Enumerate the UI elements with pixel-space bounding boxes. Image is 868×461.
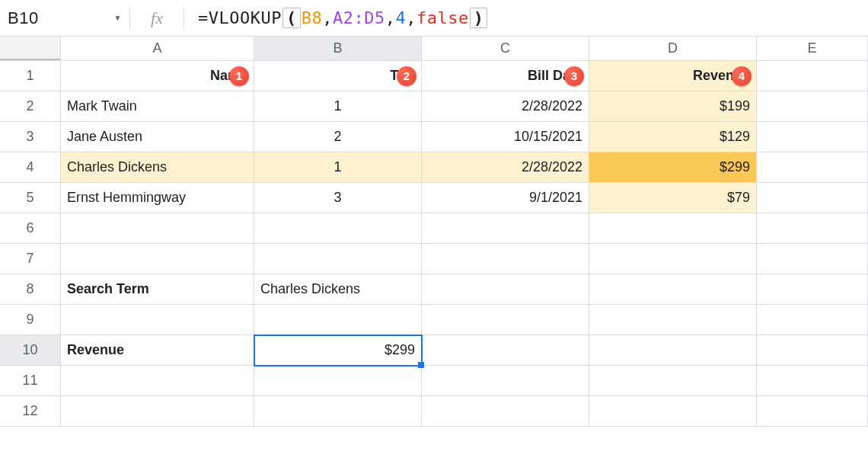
row-header-8[interactable]: 8 xyxy=(0,274,61,305)
cell-B11[interactable] xyxy=(254,366,422,396)
table-row: 9 xyxy=(0,305,868,335)
cell-E12[interactable] xyxy=(757,396,868,427)
cell-A3[interactable]: Jane Austen xyxy=(61,122,254,152)
table-row: 12 xyxy=(0,396,868,427)
cell-text: $299 xyxy=(385,342,415,358)
chevron-down-icon[interactable]: ▼ xyxy=(114,14,122,22)
cell-C8[interactable] xyxy=(422,274,589,305)
table-row: 10 Revenue $299 xyxy=(0,335,868,366)
cell-C7[interactable] xyxy=(422,244,589,274)
column-index-badge: 1 xyxy=(229,66,249,86)
cell-A2[interactable]: Mark Twain xyxy=(61,91,254,122)
cell-E1[interactable] xyxy=(757,61,868,91)
row-header-1[interactable]: 1 xyxy=(0,61,61,91)
cell-C5[interactable]: 9/1/2021 xyxy=(422,183,589,213)
name-box[interactable]: B10 ▼ xyxy=(0,0,129,36)
fx-icon[interactable]: fx xyxy=(130,8,183,28)
paren-close: ) xyxy=(470,8,488,28)
formula-input[interactable]: =VLOOKUP(B8,A2:D5,4,false) xyxy=(184,0,862,36)
formula-arg-1: B8 xyxy=(302,8,323,27)
cell-A12[interactable] xyxy=(61,396,254,427)
row-header-11[interactable]: 11 xyxy=(0,366,61,396)
cell-A4[interactable]: Charles Dickens xyxy=(61,152,254,183)
cell-B8[interactable]: Charles Dickens xyxy=(254,274,422,305)
cell-A10[interactable]: Revenue xyxy=(61,335,254,366)
cell-A9[interactable] xyxy=(61,305,254,335)
cell-D9[interactable] xyxy=(589,305,757,335)
column-header-D[interactable]: D xyxy=(589,37,757,60)
cell-D8[interactable] xyxy=(589,274,757,305)
cell-B4[interactable]: 1 xyxy=(254,152,422,183)
cell-C3[interactable]: 10/15/2021 xyxy=(422,122,589,152)
cell-C6[interactable] xyxy=(422,213,589,244)
row-header-5[interactable]: 5 xyxy=(0,183,61,213)
cell-A1[interactable]: Name 1 xyxy=(61,61,254,91)
row-header-3[interactable]: 3 xyxy=(0,122,61,152)
paren-open: ( xyxy=(282,8,301,28)
cell-E9[interactable] xyxy=(757,305,868,335)
cell-B12[interactable] xyxy=(254,396,422,427)
cell-C9[interactable] xyxy=(422,305,589,335)
row-header-4[interactable]: 4 xyxy=(0,152,61,183)
cell-D12[interactable] xyxy=(589,396,757,427)
table-row: 6 xyxy=(0,213,868,244)
column-header-C[interactable]: C xyxy=(422,37,589,60)
cell-A8[interactable]: Search Term xyxy=(61,274,254,305)
cell-C2[interactable]: 2/28/2022 xyxy=(422,91,589,122)
cell-C4[interactable]: 2/28/2022 xyxy=(422,152,589,183)
cell-B3[interactable]: 2 xyxy=(254,122,422,152)
cell-E3[interactable] xyxy=(757,122,868,152)
table-row: 4 Charles Dickens 1 2/28/2022 $299 xyxy=(0,152,868,183)
cell-D3[interactable]: $129 xyxy=(589,122,757,152)
cell-E7[interactable] xyxy=(757,244,868,274)
cell-D4[interactable]: $299 xyxy=(589,152,757,183)
name-box-value: B10 xyxy=(8,8,39,28)
spreadsheet-grid: A B C D E 1 Name 1 Tier 2 Bill Date 3 Re… xyxy=(0,37,868,427)
formula-arg-4: false xyxy=(416,8,469,27)
row-header-2[interactable]: 2 xyxy=(0,91,61,122)
cell-D7[interactable] xyxy=(589,244,757,274)
cell-B6[interactable] xyxy=(254,213,422,244)
column-index-badge: 4 xyxy=(732,66,752,86)
cell-E2[interactable] xyxy=(757,91,868,122)
cell-A5[interactable]: Ernst Hemmingway xyxy=(61,183,254,213)
cell-D1[interactable]: Revenue 4 xyxy=(589,61,757,91)
cell-B5[interactable]: 3 xyxy=(254,183,422,213)
cell-D10[interactable] xyxy=(589,335,757,366)
column-header-A[interactable]: A xyxy=(61,37,254,60)
cell-E11[interactable] xyxy=(757,366,868,396)
cell-D2[interactable]: $199 xyxy=(589,91,757,122)
select-all-corner[interactable] xyxy=(0,37,61,60)
row-header-6[interactable]: 6 xyxy=(0,213,61,244)
column-header-B[interactable]: B xyxy=(254,37,422,60)
cell-A7[interactable] xyxy=(61,244,254,274)
cell-A11[interactable] xyxy=(61,366,254,396)
cell-E5[interactable] xyxy=(757,183,868,213)
row-header-12[interactable]: 12 xyxy=(0,396,61,427)
cell-D6[interactable] xyxy=(589,213,757,244)
cell-A6[interactable] xyxy=(61,213,254,244)
table-row: 7 xyxy=(0,244,868,274)
cell-B1[interactable]: Tier 2 xyxy=(254,61,422,91)
row-header-10[interactable]: 10 xyxy=(0,335,61,366)
row-header-9[interactable]: 9 xyxy=(0,305,61,335)
cell-D5[interactable]: $79 xyxy=(589,183,757,213)
cell-C11[interactable] xyxy=(422,366,589,396)
fill-handle[interactable] xyxy=(418,362,424,368)
cell-E6[interactable] xyxy=(757,213,868,244)
cell-B2[interactable]: 1 xyxy=(254,91,422,122)
cell-E4[interactable] xyxy=(757,152,868,183)
cell-E10[interactable] xyxy=(757,335,868,366)
column-index-badge: 2 xyxy=(397,66,416,86)
cell-E8[interactable] xyxy=(757,274,868,305)
cell-C1[interactable]: Bill Date 3 xyxy=(422,61,589,91)
cell-C10[interactable] xyxy=(422,335,589,366)
column-header-E[interactable]: E xyxy=(757,37,868,60)
cell-B9[interactable] xyxy=(254,305,422,335)
cell-C12[interactable] xyxy=(422,396,589,427)
cell-B7[interactable] xyxy=(254,244,422,274)
cell-D11[interactable] xyxy=(589,366,757,396)
cell-B10[interactable]: $299 xyxy=(254,335,422,366)
row-header-7[interactable]: 7 xyxy=(0,244,61,274)
column-header-row: A B C D E xyxy=(0,37,868,61)
